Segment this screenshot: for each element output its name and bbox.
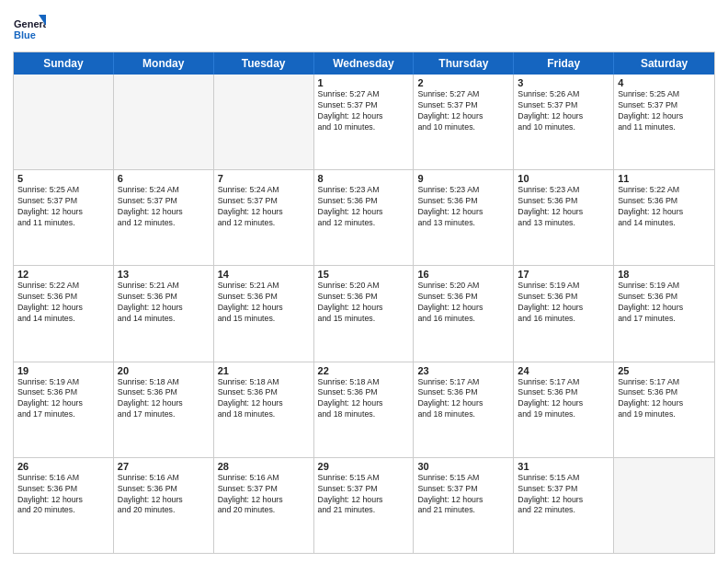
weekday-header-tuesday: Tuesday — [214, 52, 314, 75]
day-number: 6 — [118, 173, 210, 184]
cell-text: Sunrise: 5:15 AM Sunset: 5:37 PM Dayligh… — [518, 473, 609, 517]
day-number: 10 — [518, 173, 609, 184]
weekday-header-saturday: Saturday — [614, 52, 714, 75]
cal-cell — [614, 458, 714, 553]
cell-text: Sunrise: 5:16 AM Sunset: 5:36 PM Dayligh… — [17, 473, 109, 517]
svg-text:Blue: Blue — [14, 29, 36, 40]
cal-cell: 28Sunrise: 5:16 AM Sunset: 5:37 PM Dayli… — [214, 458, 314, 553]
cal-cell: 9Sunrise: 5:23 AM Sunset: 5:36 PM Daylig… — [414, 170, 514, 265]
weekday-header-friday: Friday — [514, 52, 614, 75]
day-number: 26 — [17, 461, 109, 472]
cal-cell: 29Sunrise: 5:15 AM Sunset: 5:37 PM Dayli… — [314, 458, 415, 553]
day-number: 19 — [17, 365, 109, 376]
day-number: 14 — [218, 269, 310, 280]
weekday-header-monday: Monday — [114, 52, 214, 75]
cal-cell — [14, 75, 114, 169]
cell-text: Sunrise: 5:24 AM Sunset: 5:37 PM Dayligh… — [218, 185, 310, 229]
cal-cell: 4Sunrise: 5:25 AM Sunset: 5:37 PM Daylig… — [614, 75, 714, 169]
day-number: 16 — [417, 269, 509, 280]
day-number: 2 — [417, 77, 509, 88]
cell-text: Sunrise: 5:21 AM Sunset: 5:36 PM Dayligh… — [218, 281, 310, 325]
cal-row-3: 19Sunrise: 5:19 AM Sunset: 5:36 PM Dayli… — [14, 362, 714, 458]
cal-cell: 16Sunrise: 5:20 AM Sunset: 5:36 PM Dayli… — [414, 266, 514, 361]
weekday-header-wednesday: Wednesday — [314, 52, 415, 75]
day-number: 20 — [118, 365, 210, 376]
cal-cell: 21Sunrise: 5:18 AM Sunset: 5:36 PM Dayli… — [214, 362, 314, 457]
day-number: 29 — [318, 461, 410, 472]
day-number: 3 — [518, 77, 609, 88]
day-number: 22 — [318, 365, 410, 376]
cal-cell: 15Sunrise: 5:20 AM Sunset: 5:36 PM Dayli… — [314, 266, 415, 361]
day-number: 31 — [518, 461, 609, 472]
weekday-header-thursday: Thursday — [414, 52, 514, 75]
day-number: 11 — [618, 173, 711, 184]
cal-cell: 1Sunrise: 5:27 AM Sunset: 5:37 PM Daylig… — [314, 75, 415, 169]
cell-text: Sunrise: 5:27 AM Sunset: 5:37 PM Dayligh… — [318, 89, 410, 133]
cal-cell: 20Sunrise: 5:18 AM Sunset: 5:36 PM Dayli… — [114, 362, 214, 457]
calendar-header: SundayMondayTuesdayWednesdayThursdayFrid… — [14, 52, 714, 75]
cal-cell: 17Sunrise: 5:19 AM Sunset: 5:36 PM Dayli… — [514, 266, 614, 361]
cal-cell: 23Sunrise: 5:17 AM Sunset: 5:36 PM Dayli… — [414, 362, 514, 457]
day-number: 13 — [118, 269, 210, 280]
cal-cell: 24Sunrise: 5:17 AM Sunset: 5:36 PM Dayli… — [514, 362, 614, 457]
cell-text: Sunrise: 5:19 AM Sunset: 5:36 PM Dayligh… — [518, 281, 609, 325]
day-number: 27 — [118, 461, 210, 472]
calendar-body: 1Sunrise: 5:27 AM Sunset: 5:37 PM Daylig… — [14, 75, 714, 553]
day-number: 9 — [417, 173, 509, 184]
header: General Blue — [13, 9, 715, 46]
day-number: 21 — [218, 365, 310, 376]
cal-cell: 30Sunrise: 5:15 AM Sunset: 5:37 PM Dayli… — [414, 458, 514, 553]
cell-text: Sunrise: 5:18 AM Sunset: 5:36 PM Dayligh… — [118, 377, 210, 421]
logo-svg: General Blue — [13, 13, 46, 46]
cal-cell: 22Sunrise: 5:18 AM Sunset: 5:36 PM Dayli… — [314, 362, 415, 457]
cell-text: Sunrise: 5:25 AM Sunset: 5:37 PM Dayligh… — [17, 185, 109, 229]
cell-text: Sunrise: 5:23 AM Sunset: 5:36 PM Dayligh… — [318, 185, 410, 229]
cell-text: Sunrise: 5:20 AM Sunset: 5:36 PM Dayligh… — [417, 281, 509, 325]
day-number: 15 — [318, 269, 410, 280]
cal-cell: 26Sunrise: 5:16 AM Sunset: 5:36 PM Dayli… — [14, 458, 114, 553]
cal-row-0: 1Sunrise: 5:27 AM Sunset: 5:37 PM Daylig… — [14, 75, 714, 170]
cell-text: Sunrise: 5:23 AM Sunset: 5:36 PM Dayligh… — [518, 185, 609, 229]
day-number: 18 — [618, 269, 711, 280]
cal-cell: 19Sunrise: 5:19 AM Sunset: 5:36 PM Dayli… — [14, 362, 114, 457]
cal-cell: 10Sunrise: 5:23 AM Sunset: 5:36 PM Dayli… — [514, 170, 614, 265]
cell-text: Sunrise: 5:15 AM Sunset: 5:37 PM Dayligh… — [417, 473, 509, 517]
cell-text: Sunrise: 5:16 AM Sunset: 5:36 PM Dayligh… — [118, 473, 210, 517]
cell-text: Sunrise: 5:26 AM Sunset: 5:37 PM Dayligh… — [518, 89, 609, 133]
cal-cell: 18Sunrise: 5:19 AM Sunset: 5:36 PM Dayli… — [614, 266, 714, 361]
cell-text: Sunrise: 5:22 AM Sunset: 5:36 PM Dayligh… — [17, 281, 109, 325]
day-number: 23 — [417, 365, 509, 376]
day-number: 4 — [618, 77, 711, 88]
svg-text:General: General — [14, 18, 46, 29]
cal-cell: 7Sunrise: 5:24 AM Sunset: 5:37 PM Daylig… — [214, 170, 314, 265]
cal-row-2: 12Sunrise: 5:22 AM Sunset: 5:36 PM Dayli… — [14, 266, 714, 362]
day-number: 28 — [218, 461, 310, 472]
page: General Blue SundayMondayTuesdayWednesda… — [0, 0, 728, 563]
cell-text: Sunrise: 5:21 AM Sunset: 5:36 PM Dayligh… — [118, 281, 210, 325]
cal-cell: 25Sunrise: 5:17 AM Sunset: 5:36 PM Dayli… — [614, 362, 714, 457]
day-number: 7 — [218, 173, 310, 184]
day-number: 5 — [17, 173, 109, 184]
cell-text: Sunrise: 5:16 AM Sunset: 5:37 PM Dayligh… — [218, 473, 310, 517]
cell-text: Sunrise: 5:19 AM Sunset: 5:36 PM Dayligh… — [17, 377, 109, 421]
calendar: SundayMondayTuesdayWednesdayThursdayFrid… — [13, 52, 715, 554]
cell-text: Sunrise: 5:17 AM Sunset: 5:36 PM Dayligh… — [518, 377, 609, 421]
day-number: 8 — [318, 173, 410, 184]
weekday-header-sunday: Sunday — [14, 52, 114, 75]
day-number: 17 — [518, 269, 609, 280]
cal-cell — [214, 75, 314, 169]
cal-cell: 5Sunrise: 5:25 AM Sunset: 5:37 PM Daylig… — [14, 170, 114, 265]
cal-cell: 2Sunrise: 5:27 AM Sunset: 5:37 PM Daylig… — [414, 75, 514, 169]
cal-cell: 6Sunrise: 5:24 AM Sunset: 5:37 PM Daylig… — [114, 170, 214, 265]
cell-text: Sunrise: 5:15 AM Sunset: 5:37 PM Dayligh… — [318, 473, 410, 517]
cal-cell — [114, 75, 214, 169]
day-number: 24 — [518, 365, 609, 376]
cal-cell: 13Sunrise: 5:21 AM Sunset: 5:36 PM Dayli… — [114, 266, 214, 361]
logo: General Blue — [13, 13, 46, 46]
cal-cell: 3Sunrise: 5:26 AM Sunset: 5:37 PM Daylig… — [514, 75, 614, 169]
cell-text: Sunrise: 5:17 AM Sunset: 5:36 PM Dayligh… — [417, 377, 509, 421]
cell-text: Sunrise: 5:22 AM Sunset: 5:36 PM Dayligh… — [618, 185, 711, 229]
day-number: 12 — [17, 269, 109, 280]
day-number: 30 — [417, 461, 509, 472]
cell-text: Sunrise: 5:17 AM Sunset: 5:36 PM Dayligh… — [618, 377, 711, 421]
